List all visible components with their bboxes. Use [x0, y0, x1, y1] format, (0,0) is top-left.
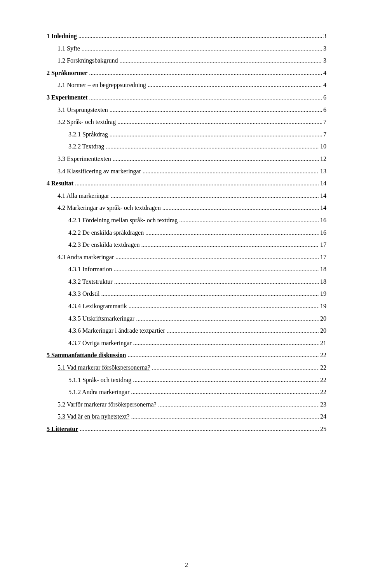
toc-label: 5.1.1 Språk- och textdrag [68, 375, 131, 385]
toc-label: 4.3.2 Textstruktur [68, 277, 113, 287]
toc-label: 5 Litteratur [47, 424, 78, 434]
toc-entry: 5.2 Varför markerar försökspersonerna?23 [47, 400, 326, 410]
toc-dots [136, 314, 319, 324]
toc-page: 22 [320, 387, 326, 397]
toc-page: 17 [320, 240, 326, 250]
toc-entry: 1 Inledning3 [47, 31, 326, 41]
toc-dots [101, 289, 319, 299]
toc-page: 14 [320, 178, 326, 188]
toc-page: 3 [323, 44, 326, 54]
toc-page: 18 [320, 277, 326, 287]
toc-label: 4.1 Alla markeringar [58, 191, 109, 201]
toc-dots [110, 129, 322, 140]
toc-dots [75, 178, 319, 188]
toc-entry: 3.2.2 Textdrag10 [47, 141, 326, 152]
toc-label: 1.1 Syfte [58, 44, 80, 54]
toc-page: 4 [323, 68, 326, 78]
toc-entry: 1.1 Syfte3 [47, 44, 326, 54]
toc-entry: 3 Experimentet6 [47, 92, 326, 103]
toc-entry: 4.3.4 Lexikogrammatik19 [47, 301, 326, 311]
toc-dots [111, 191, 319, 201]
toc-label: 5.1 Vad markerar försökspersonerna? [58, 363, 150, 373]
toc-page: 6 [323, 105, 326, 115]
toc-dots [110, 105, 322, 115]
toc-page: 22 [320, 363, 326, 373]
toc-label: 3.2.2 Textdrag [68, 141, 104, 152]
toc-entry: 4.3 Andra markeringar17 [47, 252, 326, 262]
toc-page: 10 [320, 141, 326, 152]
toc-page: 20 [320, 314, 326, 324]
toc-page: 22 [320, 350, 326, 360]
toc-dots [80, 424, 319, 434]
toc-label: 4.3.3 Ordstil [68, 289, 99, 299]
toc-label: 4.3.5 Utskriftsmarkeringar [68, 314, 134, 324]
toc-label: 3.4 Klassificering av markeringar [58, 166, 141, 176]
page-number-footer: 2 [0, 562, 373, 569]
toc-page: 3 [323, 56, 326, 66]
toc-dots [131, 412, 319, 422]
toc-page: 18 [320, 264, 326, 274]
toc-dots [167, 326, 319, 336]
toc-entry: 4.2.2 De enskilda språkdragen16 [47, 228, 326, 238]
toc-page: 13 [320, 166, 326, 176]
toc-dots [129, 301, 319, 311]
toc-label: 4 Resultat [47, 178, 73, 188]
toc-label: 4.3.6 Markeringar i ändrade textpartier [68, 326, 165, 336]
toc-page: 12 [320, 154, 326, 164]
toc-dots [143, 166, 319, 176]
toc-dots [89, 68, 322, 78]
toc-dots [82, 44, 322, 54]
toc-label: 1.2 Forskningsbakgrund [58, 56, 118, 66]
toc-dots [113, 264, 319, 274]
toc-label: 2.1 Normer – en begreppsutredning [58, 80, 146, 90]
toc-label: 2 Språknormer [47, 68, 87, 78]
toc-dots [148, 80, 322, 90]
toc-label: 5.2 Varför markerar försökspersonerna? [58, 400, 157, 410]
toc-dots [141, 240, 319, 250]
toc-label: 3 Experimentet [47, 92, 87, 103]
toc-dots [131, 387, 319, 397]
toc-dots [128, 350, 319, 360]
toc-entry: 4 Resultat14 [47, 178, 326, 188]
toc-dots [115, 252, 319, 262]
toc-label: 5.1.2 Andra markeringar [68, 387, 129, 397]
toc-entry: 2.1 Normer – en begreppsutredning4 [47, 80, 326, 90]
toc-entry: 3.4 Klassificering av markeringar13 [47, 166, 326, 176]
toc-dots [145, 228, 319, 238]
toc-dots [152, 363, 319, 373]
toc-entry: 5 Litteratur25 [47, 424, 326, 434]
toc-label: 1 Inledning [47, 31, 77, 41]
toc-label: 4.3.7 Övriga markeringar [68, 338, 132, 348]
toc-page: 7 [323, 117, 326, 127]
toc-entry: 4.3.1 Information18 [47, 264, 326, 274]
toc-entry: 4.3.2 Textstruktur18 [47, 277, 326, 287]
toc-page: 21 [320, 338, 326, 348]
toc-page: 14 [320, 191, 326, 201]
toc-page: 7 [323, 129, 326, 140]
toc-label: 3.1 Ursprungstexten [58, 105, 108, 115]
toc-label: 4.2.1 Fördelning mellan språk- och textd… [68, 215, 178, 225]
toc-dots [133, 375, 319, 385]
toc-page: 16 [320, 228, 326, 238]
toc-page: 19 [320, 301, 326, 311]
toc-page: 23 [320, 400, 326, 410]
toc-label: 3.2 Språk- och textdrag [58, 117, 116, 127]
toc-page: 22 [320, 375, 326, 385]
toc-dots [158, 400, 319, 410]
toc-label: 5 Sammanfattande diskussion [47, 350, 126, 360]
toc-entry: 3.1 Ursprungstexten6 [47, 105, 326, 115]
toc-label: 5.3 Vad är en bra nyhetstext? [58, 412, 129, 422]
toc-entry: 4.2.3 De enskilda textdragen17 [47, 240, 326, 250]
toc-page: 24 [320, 412, 326, 422]
toc-label: 4.3.4 Lexikogrammatik [68, 301, 127, 311]
toc-entry: 3.2 Språk- och textdrag7 [47, 117, 326, 127]
toc-label: 4.3 Andra markeringar [58, 252, 114, 262]
toc-entry: 4.1 Alla markeringar14 [47, 191, 326, 201]
toc-page: 6 [323, 92, 326, 103]
toc-label: 3.3 Experimenttexten [58, 154, 111, 164]
toc-dots [133, 338, 319, 348]
toc-entry: 4.3.7 Övriga markeringar21 [47, 338, 326, 348]
toc-dots [113, 154, 319, 164]
toc-entry: 2 Språknormer4 [47, 68, 326, 78]
toc-entry: 4.3.3 Ordstil19 [47, 289, 326, 299]
